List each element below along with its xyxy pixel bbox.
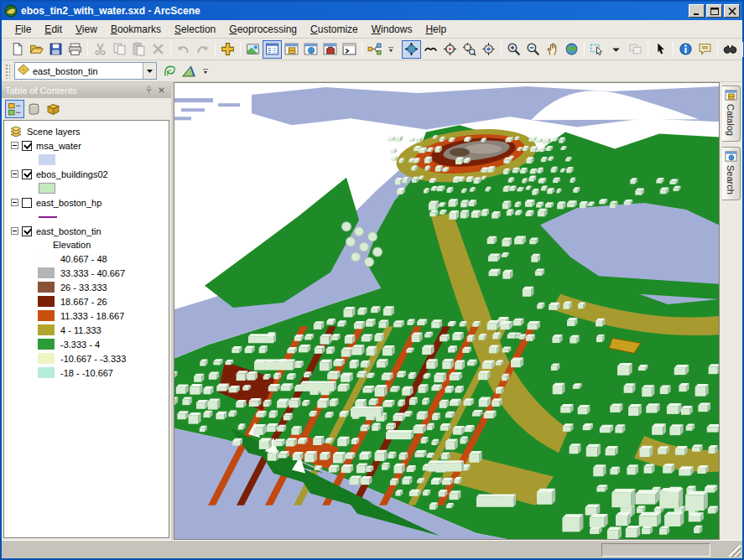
tree-node-east_boston_hp[interactable]: east_boston_hp [4, 195, 169, 210]
legend-class-row[interactable]: 26 - 33.333 [4, 280, 169, 294]
menu-bookmarks[interactable]: Bookmarks [104, 21, 168, 38]
toolbar-options-icon[interactable] [200, 62, 211, 80]
navigate-button[interactable] [402, 40, 421, 59]
maximize-button[interactable] [706, 4, 722, 18]
tin-layer-combobox[interactable]: east_boston_tin [14, 62, 157, 80]
dock-tab-catalog[interactable]: Catalog [722, 86, 741, 142]
legend-class-swatch[interactable] [38, 310, 55, 321]
print-button[interactable] [65, 40, 85, 59]
menu-selection[interactable]: Selection [168, 21, 222, 38]
menu-help[interactable]: Help [419, 21, 453, 38]
legend-class-swatch[interactable] [38, 339, 55, 350]
find-button[interactable] [721, 40, 740, 59]
zoom-target-button[interactable] [460, 40, 479, 59]
close-icon[interactable] [155, 85, 168, 96]
building [606, 449, 616, 455]
center-target-button[interactable] [440, 40, 460, 59]
fill-symbol-swatch[interactable] [39, 154, 55, 165]
new-document-button[interactable] [8, 40, 27, 59]
fly-button[interactable] [421, 40, 440, 59]
minimize-button[interactable] [689, 4, 705, 18]
legend-class-row[interactable]: -18 - -10.667 [4, 366, 169, 380]
scene-viewport[interactable] [174, 82, 720, 540]
html-popup-button[interactable] [695, 40, 715, 59]
zoom-out-button[interactable] [523, 40, 543, 59]
building [445, 414, 453, 418]
legend-class-row[interactable]: 33.333 - 40.667 [4, 266, 169, 280]
legend-class-swatch[interactable] [38, 367, 55, 378]
layer-symbol-row[interactable] [4, 181, 169, 195]
layer-symbol-row[interactable] [4, 210, 169, 224]
contour-tool-button[interactable] [160, 62, 179, 80]
dock-tab-search[interactable]: Search [722, 147, 741, 200]
set-observer-button[interactable] [479, 40, 498, 59]
identify-button[interactable] [676, 40, 695, 59]
python-window-button[interactable] [340, 40, 359, 59]
building [448, 324, 454, 326]
building [698, 406, 707, 412]
legend-class-row[interactable]: 18.667 - 26 [4, 294, 169, 309]
toc-window-button[interactable] [263, 40, 282, 59]
legend-class-swatch[interactable] [38, 267, 55, 278]
legend-class-swatch[interactable] [38, 324, 55, 335]
expander-icon[interactable] [11, 227, 18, 235]
layer-symbol-row[interactable] [4, 153, 169, 167]
line-symbol-swatch[interactable] [39, 216, 57, 218]
catalog-window-button[interactable] [282, 40, 301, 59]
search-window-button[interactable] [301, 40, 320, 59]
save-button[interactable] [46, 40, 65, 59]
add-data-button[interactable] [218, 40, 237, 59]
legend-class-row[interactable]: -10.667 - -3.333 [4, 351, 169, 366]
full-extent-button[interactable] [562, 40, 581, 59]
list-source-button[interactable] [24, 100, 44, 118]
menu-geoprocessing[interactable]: Geoprocessing [222, 21, 304, 38]
legend-class-swatch[interactable] [38, 253, 55, 264]
tree-node-east_boston_tin[interactable]: east_boston_tin [4, 224, 169, 238]
toolbox-window-button[interactable] [320, 40, 340, 59]
steepest-path-button[interactable] [179, 62, 199, 80]
legend-class-swatch[interactable] [38, 353, 55, 364]
pan-button[interactable] [543, 40, 562, 59]
menu-customize[interactable]: Customize [304, 21, 365, 38]
menu-file[interactable]: File [8, 21, 38, 38]
resize-grip[interactable] [729, 545, 741, 557]
select-features-button[interactable] [587, 40, 606, 59]
open-folder-button[interactable] [27, 40, 46, 59]
list-visibility-button[interactable] [44, 100, 63, 118]
menu-windows[interactable]: Windows [365, 21, 419, 38]
layer-visibility-checkbox[interactable] [22, 226, 32, 236]
list-drawing-order-button[interactable] [5, 100, 24, 118]
legend-class-row[interactable]: 11.333 - 18.667 [4, 309, 169, 323]
pin-icon[interactable] [143, 85, 155, 96]
menu-edit[interactable]: Edit [38, 21, 69, 38]
legend-class-swatch[interactable] [38, 296, 55, 307]
tree-node-ebos_buildings02[interactable]: ebos_buildings02 [4, 167, 169, 181]
building [452, 334, 460, 340]
expander-icon[interactable] [11, 199, 18, 206]
expander-icon[interactable] [11, 170, 18, 178]
layer-visibility-checkbox[interactable] [22, 141, 32, 151]
layer-visibility-checkbox[interactable] [22, 169, 32, 179]
toc-panel-header[interactable]: Table of Contents [2, 82, 171, 98]
menu-view[interactable]: View [69, 21, 104, 38]
legend-class-swatch[interactable] [38, 282, 55, 293]
combo-dropdown-icon[interactable] [143, 63, 156, 79]
scene-3d-view[interactable] [174, 83, 719, 539]
tree-node-scene-layers[interactable]: Scene layers [4, 124, 169, 138]
dropdown-arrow-button[interactable] [606, 40, 626, 59]
view-scene-button[interactable] [243, 40, 263, 59]
select-elements-button[interactable] [651, 40, 670, 59]
model-builder-button[interactable] [365, 40, 384, 59]
toolbar-options-icon[interactable] [386, 40, 396, 59]
title-bar[interactable]: ebos_tin2_with_water.sxd - ArcScene [2, 2, 742, 20]
fill-symbol-swatch[interactable] [39, 183, 55, 194]
layer-visibility-checkbox[interactable] [22, 198, 32, 208]
toolbar-grip[interactable] [5, 64, 10, 79]
legend-class-row[interactable]: 4 - 11.333 [4, 323, 169, 337]
legend-class-row[interactable]: -3.333 - 4 [4, 337, 169, 351]
zoom-in-button[interactable] [504, 40, 523, 59]
close-button[interactable] [724, 4, 740, 18]
expander-icon[interactable] [11, 142, 18, 149]
tree-node-msa_water[interactable]: msa_water [4, 138, 169, 153]
legend-class-row[interactable]: 40.667 - 48 [4, 251, 169, 266]
